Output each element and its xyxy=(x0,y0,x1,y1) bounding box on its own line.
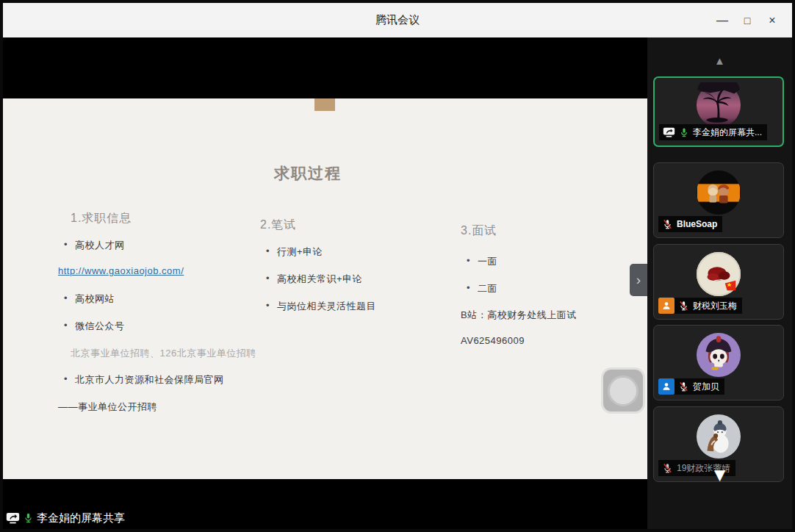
screen-share-icon xyxy=(663,127,675,137)
shared-screen-stage: 求职过程 1.求职信息 高校人才网 http://www.gaoxiaojob.… xyxy=(3,37,647,529)
mic-muted-icon xyxy=(678,381,689,392)
tencent-meeting-window: 腾讯会议 — □ × 求职过程 1.求职信息 高校人才网 http://www.… xyxy=(0,0,795,532)
slide-col1-note: 北京事业单位招聘、126北京事业单位招聘 xyxy=(71,347,256,360)
mic-on-icon xyxy=(23,512,34,524)
scroll-down-button[interactable]: ▼ xyxy=(647,465,792,484)
minimize-button[interactable]: — xyxy=(710,10,735,32)
mic-muted-icon xyxy=(678,301,689,312)
share-banner-label: 李金娟的屏幕共享 xyxy=(37,511,125,525)
rose-avatar xyxy=(696,251,741,297)
slide-col2-item: 行测+申论 xyxy=(277,245,323,259)
participant-tile-lijinjuan-share[interactable]: 李金娟的屏幕共... xyxy=(653,76,784,147)
participant-tile-bluesoap[interactable]: BlueSoap xyxy=(653,162,784,238)
participants-sidebar: ▲ xyxy=(647,37,792,529)
slide-col1-item: 高校人才网 xyxy=(75,239,125,252)
snowman-fox-avatar xyxy=(696,414,741,459)
slide-col2-item: 与岗位相关灵活性题目 xyxy=(277,300,376,313)
close-icon: × xyxy=(769,14,775,27)
floating-pointer-control[interactable] xyxy=(603,370,643,411)
participant-tile-hejiabei[interactable]: 贺加贝 xyxy=(653,325,784,400)
scroll-up-button[interactable]: ▲ xyxy=(647,55,792,66)
slide-col3-line: B站：高校财务处线上面试 xyxy=(461,309,577,322)
member-badge-blue xyxy=(658,378,675,395)
window-title: 腾讯会议 xyxy=(3,13,792,27)
skull-cartoon-avatar xyxy=(696,332,741,378)
person-icon xyxy=(661,381,672,392)
slide-col2-item: 高校相关常识+申论 xyxy=(277,273,362,286)
window-controls: — □ × xyxy=(710,3,785,37)
anime-duo-avatar xyxy=(696,170,741,215)
meeting-content: 求职过程 1.求职信息 高校人才网 http://www.gaoxiaojob.… xyxy=(3,37,792,529)
participant-name: 财税刘玉梅 xyxy=(693,300,737,312)
person-icon xyxy=(661,301,672,311)
palm-sunset-avatar xyxy=(696,82,741,128)
titlebar: 腾讯会议 — □ × xyxy=(3,3,792,37)
collapse-sidebar-button[interactable]: › xyxy=(630,264,647,296)
slide-link: http://www.gaoxiaojob.com/ xyxy=(58,265,184,276)
pointer-dot xyxy=(608,375,638,406)
maximize-button[interactable]: □ xyxy=(735,10,760,32)
screen-share-icon xyxy=(6,512,20,524)
mic-muted-icon xyxy=(662,219,673,230)
participant-name: 李金娟的屏幕共... xyxy=(693,126,762,139)
close-button[interactable]: × xyxy=(760,10,785,32)
slide-col2-heading: 2.笔试 xyxy=(260,218,296,233)
slide-accent-square xyxy=(314,98,335,111)
slide-col3-item: 一面 xyxy=(478,255,497,268)
participant-name: 贺加贝 xyxy=(693,381,719,393)
chevron-right-icon: › xyxy=(636,273,641,287)
participant-label: 财税刘玉梅 xyxy=(658,298,742,314)
participant-label: BlueSoap xyxy=(658,216,722,232)
slide-col1-item: 高校网站 xyxy=(75,292,115,306)
slide-col1-dash-line: ——事业单位公开招聘 xyxy=(58,400,157,414)
slide-col1-item: 微信公众号 xyxy=(75,320,125,333)
slide-col3-item: 二面 xyxy=(478,282,497,295)
screen-share-banner: 李金娟的屏幕共享 xyxy=(6,508,125,528)
participant-tile-caishui[interactable]: 财税刘玉梅 xyxy=(653,244,784,320)
minimize-icon: — xyxy=(716,14,728,27)
slide-title: 求职过程 xyxy=(3,163,613,184)
slide-col3-line: AV625496009 xyxy=(461,335,525,346)
mic-on-icon xyxy=(679,127,689,138)
shared-slide: 求职过程 1.求职信息 高校人才网 http://www.gaoxiaojob.… xyxy=(3,98,647,479)
slide-col1-heading: 1.求职信息 xyxy=(71,211,132,226)
participant-label: 贺加贝 xyxy=(658,378,724,395)
participant-name: BlueSoap xyxy=(677,219,717,229)
member-badge-orange xyxy=(658,298,675,314)
slide-col3-heading: 3.面试 xyxy=(461,223,497,239)
participant-label: 李金娟的屏幕共... xyxy=(659,124,767,140)
maximize-icon: □ xyxy=(744,15,750,26)
slide-col1-item: 北京市人力资源和社会保障局官网 xyxy=(75,373,224,387)
